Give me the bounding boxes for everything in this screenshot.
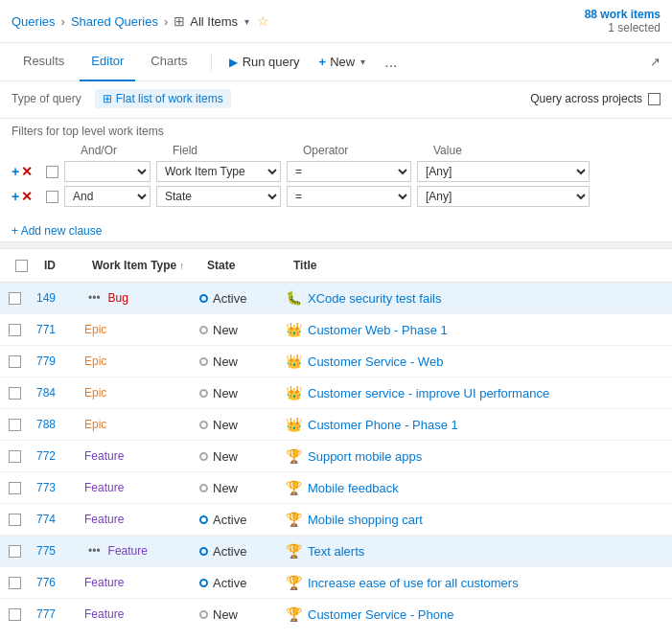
filter-val-1[interactable]: [Any] bbox=[417, 161, 590, 182]
table-row[interactable]: 775 ••• Feature Active 🏆 Text alerts bbox=[0, 536, 672, 567]
breadcrumb: Queries › Shared Queries › ⊞ All Items ▾… bbox=[0, 0, 672, 43]
table-row[interactable]: 149 ••• Bug Active 🐛 XCode security test… bbox=[0, 283, 672, 314]
star-icon[interactable]: ☆ bbox=[257, 13, 269, 29]
row-checkbox[interactable] bbox=[9, 324, 21, 336]
td-title: 👑 Customer Phone - Phase 1 bbox=[278, 414, 672, 435]
title-link[interactable]: Mobile feedback bbox=[308, 481, 399, 495]
th-id[interactable]: ID bbox=[36, 255, 84, 276]
td-check bbox=[0, 321, 29, 339]
th-work-item-type[interactable]: Work Item Type ↑ bbox=[84, 255, 199, 276]
td-title: 🏆 Increase ease of use for all customers bbox=[278, 572, 672, 593]
table-row[interactable]: 771 Epic New 👑 Customer Web - Phase 1 bbox=[0, 314, 672, 346]
td-id: 772 bbox=[29, 446, 77, 466]
row-checkbox[interactable] bbox=[9, 292, 21, 305]
tab-editor[interactable]: Editor bbox=[80, 43, 135, 81]
wit-type-label: Epic bbox=[84, 418, 106, 431]
wit-type-label: Epic bbox=[84, 386, 106, 400]
row-checkbox[interactable] bbox=[9, 450, 21, 463]
title-icon: 🏆 bbox=[286, 543, 302, 559]
state-active-icon bbox=[199, 547, 208, 556]
td-title: 🏆 Customer Service - Phone bbox=[278, 604, 672, 625]
title-link[interactable]: Customer Phone - Phase 1 bbox=[308, 418, 458, 432]
title-link[interactable]: Customer Web - Phase 1 bbox=[308, 323, 448, 337]
state-new-icon bbox=[199, 484, 208, 492]
row-checkbox[interactable] bbox=[9, 577, 21, 589]
filter-andor-1[interactable] bbox=[64, 161, 151, 182]
chevron-down-icon[interactable]: ▾ bbox=[244, 16, 249, 27]
filter-field-1[interactable]: Work Item Type bbox=[156, 161, 281, 182]
row-checkbox[interactable] bbox=[9, 355, 21, 368]
td-state: New bbox=[192, 320, 278, 340]
row-checkbox[interactable] bbox=[9, 419, 21, 431]
filter-andor-2[interactable]: And bbox=[64, 186, 151, 207]
row-context-menu[interactable]: ••• bbox=[84, 544, 104, 558]
td-id: 774 bbox=[29, 510, 77, 529]
tab-charts[interactable]: Charts bbox=[139, 43, 198, 81]
state-label: Active bbox=[213, 576, 246, 590]
more-button[interactable]: ... bbox=[375, 48, 406, 77]
filter-checkbox-1[interactable] bbox=[46, 166, 58, 178]
row-checkbox[interactable] bbox=[9, 482, 21, 494]
across-projects-checkbox[interactable] bbox=[648, 93, 660, 105]
selected-label: 1 selected bbox=[585, 21, 660, 34]
filter-add-icon-2[interactable]: + bbox=[12, 189, 19, 204]
row-context-menu[interactable]: ••• bbox=[84, 291, 104, 305]
flat-list-button[interactable]: ⊞ Flat list of work items bbox=[95, 89, 231, 108]
title-link[interactable]: Customer service - improve UI performanc… bbox=[308, 386, 549, 400]
filter-val-2[interactable]: [Any] bbox=[417, 186, 590, 207]
filter-remove-icon-2[interactable]: ✕ bbox=[21, 189, 33, 204]
title-link[interactable]: Customer Service - Phone bbox=[308, 607, 453, 622]
plus-icon: + bbox=[319, 55, 327, 69]
header-checkbox[interactable] bbox=[15, 260, 28, 272]
add-clause-button[interactable]: + Add new clause bbox=[0, 220, 672, 241]
table-row[interactable]: 774 Feature Active 🏆 Mobile shopping car… bbox=[0, 504, 672, 536]
title-link[interactable]: XCode security test fails bbox=[308, 291, 441, 306]
title-link[interactable]: Customer Service - Web bbox=[308, 354, 443, 369]
table-row[interactable]: 784 Epic New 👑 Customer service - improv… bbox=[0, 377, 672, 409]
row-checkbox[interactable] bbox=[9, 387, 21, 400]
table-row[interactable]: 779 Epic New 👑 Customer Service - Web bbox=[0, 346, 672, 377]
table-row[interactable]: 777 Feature New 🏆 Customer Service - Pho… bbox=[0, 599, 672, 628]
new-label: New bbox=[330, 55, 355, 69]
col-header-value: Value bbox=[433, 144, 606, 157]
filters-label: Filters for top level work items bbox=[0, 119, 672, 142]
filter-op-2[interactable]: = bbox=[287, 186, 411, 207]
td-title: 🏆 Support mobile apps bbox=[278, 446, 672, 467]
filter-checkbox-2[interactable] bbox=[46, 191, 58, 203]
state-active-icon bbox=[199, 294, 208, 303]
grid-icon: ⊞ bbox=[174, 13, 185, 29]
results-scroll-area[interactable]: 149 ••• Bug Active 🐛 XCode security test… bbox=[0, 283, 672, 628]
breadcrumb-queries[interactable]: Queries bbox=[12, 14, 56, 29]
filter-add-icon-1[interactable]: + bbox=[12, 164, 19, 179]
row-checkbox[interactable] bbox=[9, 514, 21, 526]
table-row[interactable]: 772 Feature New 🏆 Support mobile apps bbox=[0, 441, 672, 472]
tab-results[interactable]: Results bbox=[12, 43, 76, 81]
title-link[interactable]: Mobile shopping cart bbox=[308, 513, 423, 527]
state-active-icon bbox=[199, 579, 208, 587]
row-checkbox[interactable] bbox=[9, 545, 21, 558]
state-label: New bbox=[213, 607, 238, 622]
title-link[interactable]: Text alerts bbox=[308, 544, 364, 559]
filter-field-2[interactable]: State bbox=[156, 186, 281, 207]
td-state: New bbox=[192, 415, 278, 435]
results-table: ID Work Item Type ↑ State Title 149 ••• … bbox=[0, 249, 672, 628]
table-row[interactable]: 788 Epic New 👑 Customer Phone - Phase 1 bbox=[0, 409, 672, 441]
table-row[interactable]: 773 Feature New 🏆 Mobile feedback bbox=[0, 472, 672, 504]
th-title[interactable]: Title bbox=[286, 255, 672, 276]
new-button[interactable]: + New ▾ bbox=[310, 49, 376, 75]
td-check bbox=[0, 447, 29, 466]
td-state: New bbox=[192, 605, 278, 625]
title-link[interactable]: Increase ease of use for all customers bbox=[308, 576, 519, 590]
row-checkbox[interactable] bbox=[9, 608, 21, 621]
th-state[interactable]: State bbox=[199, 255, 286, 276]
expand-button[interactable]: ↗ bbox=[650, 55, 660, 69]
run-query-button[interactable]: ▶ Run query bbox=[220, 49, 310, 75]
table-row[interactable]: 776 Feature Active 🏆 Increase ease of us… bbox=[0, 567, 672, 599]
filter-remove-icon-1[interactable]: ✕ bbox=[21, 164, 33, 179]
state-new-icon bbox=[199, 389, 208, 398]
td-check bbox=[0, 353, 29, 371]
breadcrumb-shared-queries[interactable]: Shared Queries bbox=[71, 14, 158, 29]
td-state: Active bbox=[192, 541, 278, 561]
filter-op-1[interactable]: = bbox=[287, 161, 411, 182]
title-link[interactable]: Support mobile apps bbox=[308, 449, 422, 464]
